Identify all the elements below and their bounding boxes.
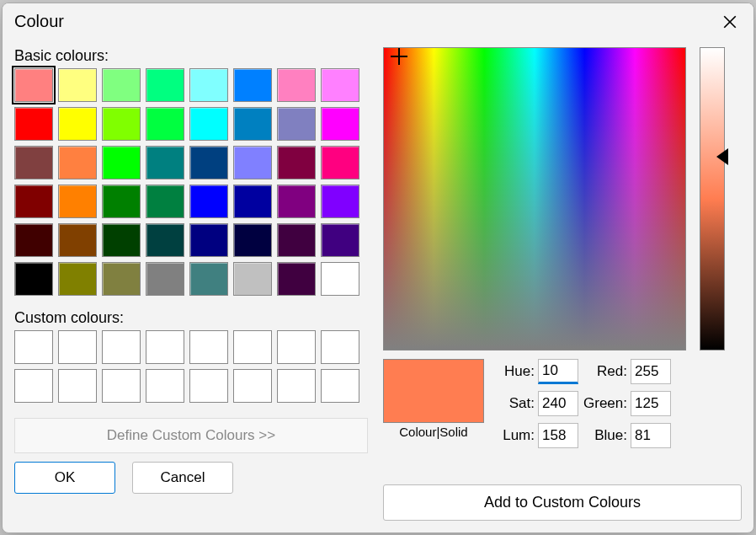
- picker-area: [383, 47, 742, 350]
- sat-input[interactable]: [538, 391, 578, 416]
- basic-swatch[interactable]: [146, 223, 184, 257]
- hue-sat-gradient[interactable]: [383, 47, 686, 350]
- green-row: Green:: [583, 391, 671, 416]
- lum-label: Lum:: [491, 427, 535, 444]
- lum-input[interactable]: [538, 423, 578, 448]
- basic-swatch[interactable]: [14, 146, 53, 179]
- luminance-arrow-icon: [716, 148, 728, 165]
- custom-swatch[interactable]: [189, 369, 228, 403]
- basic-swatch[interactable]: [102, 262, 141, 296]
- hsl-column: Hue: Sat: Lum:: [491, 359, 578, 448]
- basic-swatch[interactable]: [14, 107, 53, 141]
- basic-swatch[interactable]: [189, 68, 228, 102]
- basic-swatch[interactable]: [321, 262, 359, 296]
- preview-and-values: Colour|Solid Hue: Sat: Lum:: [383, 359, 742, 448]
- basic-swatch[interactable]: [189, 223, 228, 257]
- custom-swatch[interactable]: [14, 330, 53, 364]
- basic-swatch[interactable]: [146, 146, 184, 179]
- colour-solid-label: Colour|Solid: [399, 425, 467, 439]
- basic-swatch[interactable]: [233, 262, 272, 296]
- basic-swatch[interactable]: [146, 107, 184, 141]
- basic-swatch[interactable]: [233, 68, 272, 102]
- basic-swatch[interactable]: [58, 223, 97, 257]
- hue-row: Hue:: [491, 359, 578, 384]
- basic-swatch[interactable]: [146, 68, 184, 102]
- basic-swatch[interactable]: [277, 107, 316, 141]
- basic-swatch[interactable]: [58, 185, 97, 218]
- custom-swatch[interactable]: [146, 330, 184, 364]
- basic-swatch[interactable]: [277, 262, 316, 296]
- basic-swatch[interactable]: [233, 107, 272, 141]
- cancel-button[interactable]: Cancel: [132, 462, 233, 494]
- basic-swatch[interactable]: [189, 262, 228, 296]
- custom-swatch[interactable]: [102, 330, 141, 364]
- basic-swatch[interactable]: [277, 146, 316, 179]
- define-custom-button[interactable]: Define Custom Colours >>: [14, 418, 368, 453]
- basic-swatch[interactable]: [321, 107, 359, 141]
- right-column: Colour|Solid Hue: Sat: Lum:: [383, 47, 742, 521]
- basic-swatch[interactable]: [102, 223, 141, 257]
- basic-swatch[interactable]: [14, 68, 53, 102]
- custom-swatch[interactable]: [102, 369, 141, 403]
- basic-swatch[interactable]: [14, 262, 53, 296]
- blue-row: Blue:: [583, 423, 671, 448]
- basic-swatch[interactable]: [146, 262, 184, 296]
- sat-row: Sat:: [491, 391, 578, 416]
- basic-swatch[interactable]: [233, 223, 272, 257]
- close-icon: [722, 14, 737, 29]
- ok-button[interactable]: OK: [14, 462, 115, 494]
- custom-swatch[interactable]: [189, 330, 228, 364]
- basic-swatch[interactable]: [321, 146, 359, 179]
- basic-swatch[interactable]: [102, 185, 141, 218]
- basic-swatch[interactable]: [277, 223, 316, 257]
- custom-swatch[interactable]: [58, 330, 97, 364]
- basic-swatch[interactable]: [233, 185, 272, 218]
- hue-input[interactable]: [538, 359, 578, 384]
- basic-swatch[interactable]: [277, 68, 316, 102]
- basic-swatch[interactable]: [102, 107, 141, 141]
- basic-swatch[interactable]: [102, 68, 141, 102]
- basic-swatch[interactable]: [58, 262, 97, 296]
- custom-swatch[interactable]: [277, 369, 316, 403]
- lum-row: Lum:: [491, 423, 578, 448]
- basic-swatch[interactable]: [189, 185, 228, 218]
- basic-swatch[interactable]: [58, 146, 97, 179]
- add-to-custom-button[interactable]: Add to Custom Colours: [383, 484, 742, 521]
- green-input[interactable]: [631, 391, 671, 416]
- basic-colours-label: Basic colours:: [14, 47, 368, 65]
- luminance-slider[interactable]: [700, 47, 725, 350]
- basic-swatch[interactable]: [277, 185, 316, 218]
- custom-swatch[interactable]: [233, 369, 272, 403]
- custom-colours-grid: [14, 330, 368, 403]
- basic-swatch[interactable]: [14, 185, 53, 218]
- basic-swatch[interactable]: [14, 223, 53, 257]
- custom-swatch[interactable]: [321, 330, 359, 364]
- custom-swatch[interactable]: [14, 369, 53, 403]
- dialog-content: Basic colours: Custom colours: Define Cu…: [3, 39, 753, 532]
- close-button[interactable]: [718, 10, 742, 34]
- blue-label: Blue:: [583, 427, 627, 444]
- custom-swatch[interactable]: [233, 330, 272, 364]
- basic-swatch[interactable]: [189, 146, 228, 179]
- custom-swatch[interactable]: [58, 369, 97, 403]
- basic-swatch[interactable]: [102, 146, 141, 179]
- hue-label: Hue:: [491, 363, 535, 380]
- basic-swatch[interactable]: [233, 146, 272, 179]
- custom-swatch[interactable]: [321, 369, 359, 403]
- colour-dialog: Colour Basic colours: Custom colours: De…: [2, 3, 754, 533]
- basic-swatch[interactable]: [146, 185, 184, 218]
- basic-swatch[interactable]: [58, 107, 97, 141]
- custom-swatch[interactable]: [146, 369, 184, 403]
- titlebar: Colour: [3, 3, 753, 39]
- red-row: Red:: [583, 359, 671, 384]
- red-input[interactable]: [631, 359, 671, 384]
- custom-swatch[interactable]: [277, 330, 316, 364]
- basic-swatch[interactable]: [321, 68, 359, 102]
- custom-colours-label: Custom colours:: [14, 309, 368, 327]
- basic-swatch[interactable]: [321, 185, 359, 218]
- basic-swatch[interactable]: [189, 107, 228, 141]
- basic-swatch[interactable]: [58, 68, 97, 102]
- basic-swatch[interactable]: [321, 223, 359, 257]
- blue-input[interactable]: [631, 423, 671, 448]
- sat-label: Sat:: [491, 395, 535, 412]
